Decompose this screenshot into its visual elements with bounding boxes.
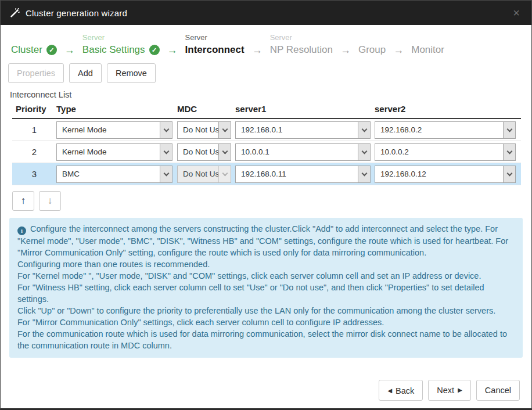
table-row[interactable]: 1 Kernel Mode Do Not Use 192.168.0.1 <box>12 119 521 141</box>
next-arrow-icon: ▶ <box>458 387 462 393</box>
window-title: Cluster generation wizard <box>26 8 127 18</box>
info-paragraph: For "Kernel mode" ", "User mode, "DISK" … <box>17 270 515 282</box>
remove-button[interactable]: Remove <box>107 63 156 83</box>
chevron-down-icon <box>160 144 172 160</box>
step-group-label <box>11 32 57 43</box>
info-paragraph: For "Witness HB" setting, click each ser… <box>17 282 515 305</box>
close-button[interactable]: × <box>511 6 522 20</box>
info-paragraph: Click "Up" or "Down" to configure the pr… <box>17 305 515 317</box>
move-down-button[interactable]: ↓ <box>39 191 61 211</box>
chevron-down-icon <box>218 144 231 160</box>
step-label: Basic Settings <box>82 43 145 57</box>
table-row[interactable]: 2 Kernel Mode Do Not Use 10.0.0.1 <box>12 141 521 163</box>
step-label: Group <box>358 43 386 57</box>
step-monitor: Monitor <box>411 32 444 57</box>
footer-buttons: ◀ Back Next ▶ Cancel <box>379 380 520 401</box>
step-complete-check-icon: ✓ <box>46 45 57 55</box>
column-header-server1: server1 <box>235 104 375 114</box>
step-complete-check-icon: ✓ <box>149 45 160 55</box>
server1-select[interactable]: 192.168.0.11 <box>235 166 371 183</box>
info-paragraph: iConfigure the interconnect among the se… <box>17 223 515 258</box>
cluster-generation-wizard-dialog: Cluster generation wizard × Cluster ✓ → … <box>0 0 532 410</box>
priority-cell: 3 <box>12 169 56 179</box>
chevron-down-icon <box>160 122 172 138</box>
arrow-up-icon: ↑ <box>21 195 26 207</box>
step-cluster: Cluster ✓ <box>11 32 57 57</box>
info-paragraph: For the communication route which is use… <box>17 328 515 351</box>
step-group-label <box>411 32 444 43</box>
chevron-down-icon <box>218 122 231 138</box>
chevron-down-icon <box>358 166 370 182</box>
info-icon: i <box>17 226 26 235</box>
step-arrow-icon: → <box>386 43 411 57</box>
priority-cell: 2 <box>12 147 56 157</box>
step-basic-settings: Server Basic Settings ✓ <box>82 32 160 57</box>
mdc-select[interactable]: Do Not Use <box>177 166 231 183</box>
server2-select[interactable]: 192.168.0.2 <box>375 121 516 139</box>
info-panel: iConfigure the interconnect among the se… <box>9 218 523 358</box>
chevron-down-icon <box>160 166 172 182</box>
chevron-down-icon <box>503 122 515 138</box>
step-group-label <box>358 32 386 43</box>
type-select[interactable]: Kernel Mode <box>56 143 172 161</box>
server1-select[interactable]: 192.168.0.1 <box>235 121 371 139</box>
mdc-select[interactable]: Do Not Use <box>177 121 231 139</box>
toolbar: Properties Add Remove <box>1 59 531 87</box>
type-select[interactable]: BMC <box>56 166 172 183</box>
wizard-steps: Cluster ✓ → Server Basic Settings ✓ → Se… <box>1 25 531 59</box>
step-group: Group <box>358 32 386 57</box>
chevron-down-icon <box>218 166 231 182</box>
priority-cell: 1 <box>12 125 56 135</box>
chevron-down-icon <box>503 166 515 182</box>
cancel-button[interactable]: Cancel <box>476 380 520 401</box>
column-header-mdc: MDC <box>177 104 235 114</box>
step-arrow-icon: → <box>245 43 270 57</box>
step-label: NP Resolution <box>270 43 333 57</box>
info-paragraph: For "Mirror Communication Only" settings… <box>17 317 515 328</box>
table-row[interactable]: 3 BMC Do Not Use 192.168.0.11 <box>12 163 521 185</box>
add-button[interactable]: Add <box>69 63 102 83</box>
step-group-label: Server <box>185 32 245 43</box>
server2-select[interactable]: 192.168.0.12 <box>375 166 516 183</box>
step-arrow-icon: → <box>57 43 82 57</box>
priority-move-controls: ↑ ↓ <box>1 185 531 211</box>
step-label: Monitor <box>411 43 444 57</box>
magic-wand-icon <box>10 8 20 18</box>
step-arrow-icon: → <box>333 43 358 57</box>
server2-select[interactable]: 10.0.0.2 <box>375 143 516 161</box>
step-group-label: Server <box>270 32 333 43</box>
step-label: Interconnect <box>185 43 245 57</box>
properties-button[interactable]: Properties <box>8 63 64 83</box>
type-select[interactable]: Kernel Mode <box>56 121 172 139</box>
step-group-label: Server <box>82 32 160 43</box>
server1-select[interactable]: 10.0.0.1 <box>235 143 371 161</box>
title-bar: Cluster generation wizard × <box>1 1 531 25</box>
back-arrow-icon: ◀ <box>387 388 392 394</box>
step-label: Cluster <box>11 43 42 57</box>
info-paragraph: Configuring more than one routes is reco… <box>17 258 515 270</box>
column-header-type: Type <box>56 104 177 114</box>
column-header-priority: Priority <box>12 104 56 114</box>
column-header-server2: server2 <box>375 104 521 114</box>
move-up-button[interactable]: ↑ <box>12 191 34 211</box>
arrow-down-icon: ↓ <box>48 195 53 207</box>
next-button[interactable]: Next ▶ <box>428 380 471 401</box>
chevron-down-icon <box>358 144 370 160</box>
interconnect-list-title: Interconnect List <box>1 87 531 102</box>
mdc-select[interactable]: Do Not Use <box>177 143 231 161</box>
table-header: Priority Type MDC server1 server2 <box>12 102 521 119</box>
chevron-down-icon <box>358 122 370 138</box>
chevron-down-icon <box>503 144 515 160</box>
step-interconnect: Server Interconnect <box>185 32 245 57</box>
step-arrow-icon: → <box>160 43 185 57</box>
back-button[interactable]: ◀ Back <box>379 380 423 401</box>
interconnect-table: Priority Type MDC server1 server2 1 Kern… <box>12 102 521 185</box>
step-np-resolution: Server NP Resolution <box>270 32 333 57</box>
